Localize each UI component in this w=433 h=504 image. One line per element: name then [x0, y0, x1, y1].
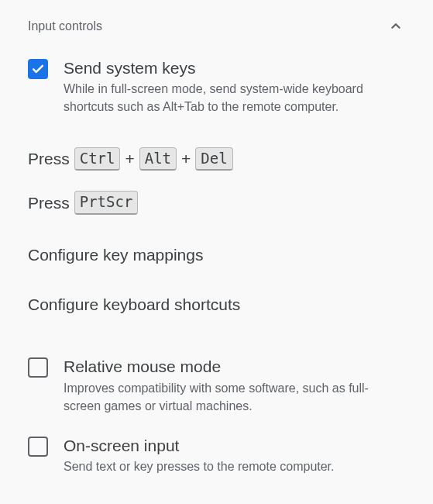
press-label: Press: [28, 194, 70, 212]
configure-key-mappings[interactable]: Configure key mappings: [28, 246, 405, 264]
key-prtscr: PrtScr: [74, 191, 139, 215]
press-label: Press: [28, 150, 70, 168]
checkbox-relative-mouse[interactable]: [28, 357, 48, 378]
option-title: On-screen input: [64, 435, 405, 456]
chevron-up-icon[interactable]: [387, 17, 405, 36]
press-ctrl-alt-del[interactable]: Press Ctrl + Alt + Del: [28, 147, 405, 171]
plus-icon: +: [181, 150, 191, 168]
configure-keyboard-shortcuts[interactable]: Configure keyboard shortcuts: [28, 295, 405, 314]
plus-icon: +: [125, 150, 134, 168]
option-onscreen-input[interactable]: On-screen input Send text or key presses…: [28, 435, 405, 475]
key-ctrl: Ctrl: [74, 147, 121, 171]
option-text: Send system keys While in full-screen mo…: [64, 57, 405, 116]
option-desc: Send text or key presses to the remote c…: [64, 457, 405, 475]
option-text: On-screen input Send text or key presses…: [64, 435, 405, 475]
checkbox-send-system-keys[interactable]: [28, 59, 48, 79]
checkbox-onscreen-input[interactable]: [28, 437, 48, 457]
option-send-system-keys[interactable]: Send system keys While in full-screen mo…: [28, 57, 405, 116]
key-del: Del: [195, 147, 232, 171]
option-title: Relative mouse mode: [64, 356, 405, 377]
press-prtscr[interactable]: Press PrtScr: [28, 191, 405, 215]
section-header: Input controls: [28, 17, 405, 36]
option-desc: While in full-screen mode, send system-w…: [64, 80, 405, 116]
option-relative-mouse[interactable]: Relative mouse mode Improves compatibili…: [28, 356, 405, 415]
option-desc: Improves compatibility with some softwar…: [64, 379, 405, 415]
option-title: Send system keys: [64, 57, 405, 78]
section-title: Input controls: [28, 19, 102, 33]
input-controls-panel: Input controls Send system keys While in…: [0, 0, 433, 475]
key-alt: Alt: [139, 147, 177, 171]
option-text: Relative mouse mode Improves compatibili…: [64, 356, 405, 415]
